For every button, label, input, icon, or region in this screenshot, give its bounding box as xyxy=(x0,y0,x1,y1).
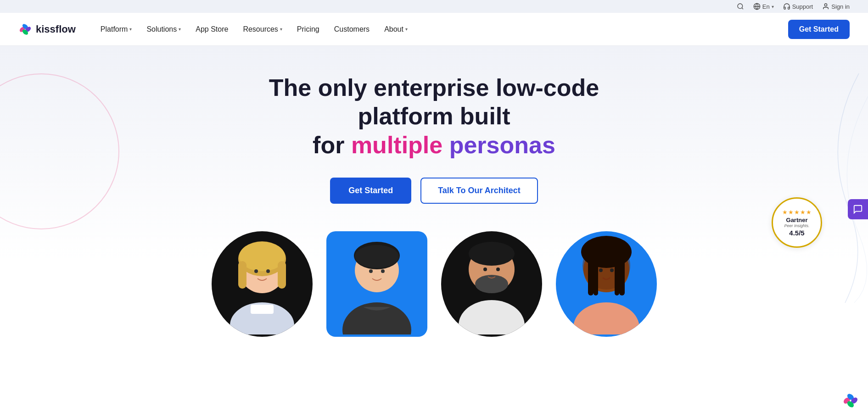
personas-row xyxy=(212,231,657,337)
nav-item-solutions[interactable]: Solutions ▾ xyxy=(140,22,187,37)
nav-item-pricing[interactable]: Pricing xyxy=(291,22,326,37)
language-label: En xyxy=(762,3,770,10)
svg-rect-31 xyxy=(588,259,594,295)
svg-point-2 xyxy=(825,4,827,6)
nav-item-platform[interactable]: Platform ▾ xyxy=(94,22,139,37)
about-chevron: ▾ xyxy=(405,27,408,32)
svg-point-36 xyxy=(610,268,614,272)
svg-point-19 xyxy=(369,269,373,273)
logo-icon xyxy=(18,22,32,36)
navbar: kissflow Platform ▾ Solutions ▾ App Stor… xyxy=(0,13,868,46)
nav-item-about[interactable]: About ▾ xyxy=(378,22,414,37)
svg-point-27 xyxy=(459,300,525,334)
persona-3-illustration xyxy=(450,234,533,334)
svg-point-14 xyxy=(266,269,270,273)
svg-point-13 xyxy=(254,269,258,273)
svg-rect-34 xyxy=(615,263,619,295)
nav-links: Platform ▾ Solutions ▾ App Store Resourc… xyxy=(94,22,788,37)
support-label: Support xyxy=(792,3,813,10)
hero-title-line1: The only enterprise low-code platform bu… xyxy=(269,74,599,129)
hero-title-for: for xyxy=(313,132,351,158)
deco-lines-right xyxy=(776,73,868,303)
svg-rect-12 xyxy=(278,261,286,289)
top-bar: En ▾ Support Sign in xyxy=(0,0,868,13)
gartner-name: Gartner xyxy=(786,217,808,223)
solutions-chevron: ▾ xyxy=(179,27,181,32)
persona-1 xyxy=(212,231,313,337)
svg-rect-15 xyxy=(251,305,274,314)
svg-point-23 xyxy=(469,242,515,266)
persona-4-illustration xyxy=(565,234,648,334)
persona-1-illustration xyxy=(221,234,303,334)
language-switcher[interactable]: En ▾ xyxy=(753,3,774,10)
svg-rect-33 xyxy=(594,263,598,295)
resources-chevron: ▾ xyxy=(280,27,282,32)
chat-button[interactable] xyxy=(848,199,868,219)
hero-buttons: Get Started Talk To Our Architect xyxy=(330,178,538,204)
signin-link[interactable]: Sign in xyxy=(822,3,850,10)
svg-rect-11 xyxy=(238,261,246,289)
gartner-badge: ★★★★★ Gartner Peer Insights. 4.5/5 xyxy=(772,197,822,248)
nav-right: Get Started xyxy=(788,20,850,39)
deco-circle-left xyxy=(0,73,119,229)
nav-get-started-button[interactable]: Get Started xyxy=(788,20,850,39)
svg-rect-32 xyxy=(619,259,625,295)
nav-item-customers[interactable]: Customers xyxy=(328,22,376,37)
gartner-sub: Peer Insights. xyxy=(784,223,809,228)
hero-title-space xyxy=(442,132,449,158)
nav-item-resources[interactable]: Resources ▾ xyxy=(236,22,288,37)
svg-point-26 xyxy=(496,268,500,271)
nav-item-appstore[interactable]: App Store xyxy=(189,22,235,37)
hero-talk-architect-button[interactable]: Talk To Our Architect xyxy=(420,178,538,204)
support-link[interactable]: Support xyxy=(783,3,813,10)
persona-3 xyxy=(441,231,542,337)
persona-2 xyxy=(326,231,427,337)
persona-2-illustration xyxy=(336,234,418,334)
svg-point-18 xyxy=(355,245,399,268)
logo-text: kissflow xyxy=(36,23,76,35)
platform-chevron: ▾ xyxy=(129,27,132,32)
hero-section: The only enterprise low-code platform bu… xyxy=(0,46,868,404)
language-chevron: ▾ xyxy=(772,4,774,9)
gartner-score: 4.5/5 xyxy=(789,229,804,237)
svg-point-20 xyxy=(381,269,385,273)
svg-point-37 xyxy=(573,302,639,334)
svg-point-35 xyxy=(599,268,603,272)
logo[interactable]: kissflow xyxy=(18,22,76,36)
svg-point-25 xyxy=(483,268,487,271)
gartner-stars: ★★★★★ xyxy=(782,209,812,216)
svg-point-0 xyxy=(738,4,743,9)
hero-title: The only enterprise low-code platform bu… xyxy=(228,73,641,159)
signin-label: Sign in xyxy=(831,3,850,10)
hero-title-multiple: multiple xyxy=(351,132,442,158)
search-icon-topbar[interactable] xyxy=(737,3,744,10)
chat-icon xyxy=(853,204,863,214)
hero-title-personas: personas xyxy=(449,132,555,158)
persona-4 xyxy=(556,231,657,337)
hero-get-started-button[interactable]: Get Started xyxy=(330,178,411,204)
kissflow-logo-bottom xyxy=(842,392,859,404)
